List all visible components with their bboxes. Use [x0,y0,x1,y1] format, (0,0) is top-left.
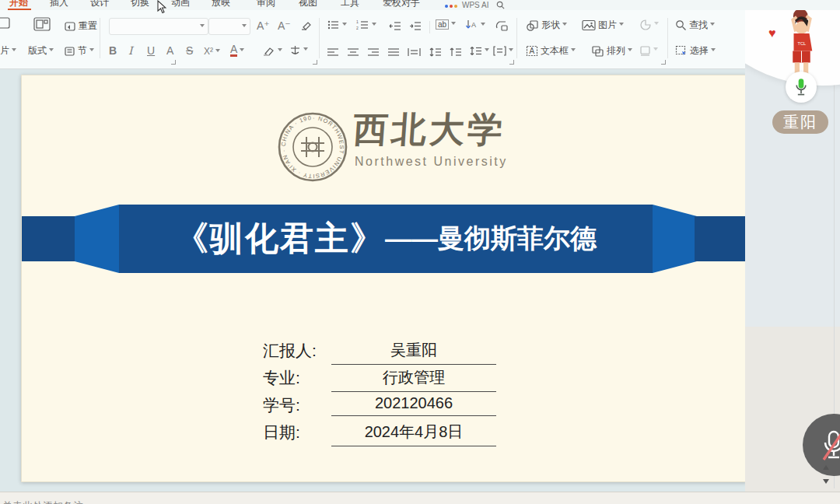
bullets-icon [327,19,340,30]
scroll-up-arrow[interactable] [823,465,829,470]
align-right-icon[interactable] [367,47,380,57]
align-center-icon[interactable] [347,47,359,57]
notes-bar[interactable]: 单击此处添加备注 [0,492,840,504]
layout-button[interactable]: 版式 [28,44,54,58]
form-label: 日期: [263,422,300,443]
align-justify-icon[interactable] [387,47,400,57]
chevron-down-icon [342,23,347,28]
tab-proofing[interactable]: 爱校对手 [383,0,420,9]
underline-button[interactable]: U [147,44,155,57]
decrease-indent-icon[interactable] [389,21,401,31]
font-name-select[interactable] [109,18,208,35]
decrease-font-button[interactable]: A⁻ [278,19,291,32]
bullets-button[interactable] [327,19,347,30]
tab-design[interactable]: 设计 [90,0,109,9]
dialog-launcher-icon[interactable] [171,60,176,65]
search-icon[interactable] [496,1,505,9]
chevron-down-icon [485,48,489,54]
form-value: 行政管理 [331,367,496,392]
slide-title-banner[interactable]: 《驯化君主》 ——曼彻斯菲尔德 [119,205,653,273]
reset-button[interactable]: 重置 [64,19,97,33]
wps-ai-button[interactable]: WPS AI [462,1,488,9]
chevron-down-icon [710,23,715,28]
new-slide-icon[interactable] [0,16,11,32]
chevron-down-icon [240,48,244,54]
italic-button[interactable]: I [128,44,133,57]
ribbon-separator [667,18,668,58]
form-row-presenter[interactable]: 汇报人: 吴重阳 [263,340,520,360]
avatar: ♥ TCL [768,6,827,80]
numbering-button[interactable]: 12 [356,19,376,30]
arrange-button[interactable]: 排列 [591,44,632,58]
char-border-button[interactable]: A [166,44,173,57]
line-spacing-button[interactable] [470,46,489,56]
font-size-select[interactable] [208,18,250,35]
highlight-color-button[interactable] [263,46,282,56]
paragraph-layout-button[interactable] [493,46,513,56]
clear-format-icon[interactable] [299,20,312,31]
banner-fold-right [653,205,697,273]
editing-canvas[interactable]: · NORTHWEST UNIVERSITY · XI'AN · CHINA ·… [0,68,748,492]
char-shading-button[interactable]: ab [436,19,456,30]
line-spacing-up-icon[interactable] [429,47,442,57]
chart-button-disabled [639,19,659,30]
bold-button[interactable]: B [109,44,117,57]
shapes-button[interactable]: 形状 [526,19,567,32]
wps-ai-logo-icon[interactable] [445,1,459,9]
form-row-student-id[interactable]: 学号: 202120466 [263,394,520,415]
slide-button[interactable]: 片 [0,44,16,58]
ribbon-separator [100,18,100,58]
increase-indent-icon[interactable] [409,21,422,31]
tab-animation[interactable]: 动画 [171,0,190,9]
dialog-launcher-icon[interactable] [313,60,317,65]
section-button[interactable]: 节 [64,44,94,58]
mic-on-button[interactable] [786,72,817,103]
text-direction-button[interactable]: A [465,19,485,31]
form-row-major[interactable]: 专业: 行政管理 [263,367,520,387]
dialog-launcher-icon[interactable] [661,60,666,65]
form-row-date[interactable]: 日期: 2024年4月8日 [263,422,520,442]
svg-text:A: A [530,47,535,55]
university-seal-logo: · NORTHWEST UNIVERSITY · XI'AN · CHINA ·… [277,111,348,183]
chevron-down-icon [215,49,220,54]
text-effects-button[interactable] [289,44,308,56]
ribbon-separator [516,18,517,58]
tab-view[interactable]: 视图 [299,0,317,9]
media-button-disabled [639,44,658,56]
slide[interactable]: · NORTHWEST UNIVERSITY · XI'AN · CHINA ·… [21,75,747,482]
tab-slideshow[interactable]: 放映 [212,0,230,9]
ribbon-toolbar: 片 版式 重置 节 A⁺ A⁻ B I U A S X² A [0,10,748,69]
tab-tools[interactable]: 工具 [341,0,359,9]
scroll-down-arrow[interactable] [823,479,829,484]
strikethrough-button[interactable]: S [186,44,193,57]
find-icon [675,19,687,31]
select-button[interactable]: 选择 [675,44,716,58]
textbox-button[interactable]: A 文本框 [526,44,576,58]
tab-insert[interactable]: 插入 [50,0,68,9]
chevron-down-icon [12,48,16,54]
menu-bar: 开始 插入 设计 切换 动画 放映 审阅 视图 工具 爱校对手 WPS AI [0,0,840,10]
superscript-button[interactable]: X² [204,46,220,57]
distribute-text-icon[interactable] [408,47,421,57]
svg-text:2: 2 [356,26,359,30]
line-spacing-icon [470,46,482,56]
tab-review[interactable]: 审阅 [257,0,275,9]
picture-button[interactable]: 图片 [582,19,624,32]
participant-name-badge[interactable]: 重阳 [772,110,828,134]
dialog-launcher-icon[interactable] [509,60,514,65]
chevron-down-icon [654,22,659,27]
convert-diagram-icon[interactable] [495,19,509,32]
chevron-down-icon [451,22,456,27]
layout-icon[interactable] [33,16,51,32]
font-color-button[interactable]: A [230,44,244,57]
video-call-panel: ♥ TCL 重阳 [745,0,840,504]
arrange-icon [591,45,604,57]
paragraph-spacing-icon[interactable] [450,47,462,57]
increase-font-button[interactable]: A⁺ [257,19,270,32]
chevron-down-icon [481,23,485,28]
align-left-icon[interactable] [327,47,339,57]
svg-text:A: A [471,21,476,29]
section-icon [64,46,75,57]
tab-transition[interactable]: 切换 [131,0,149,9]
find-button[interactable]: 查找 [675,19,715,32]
